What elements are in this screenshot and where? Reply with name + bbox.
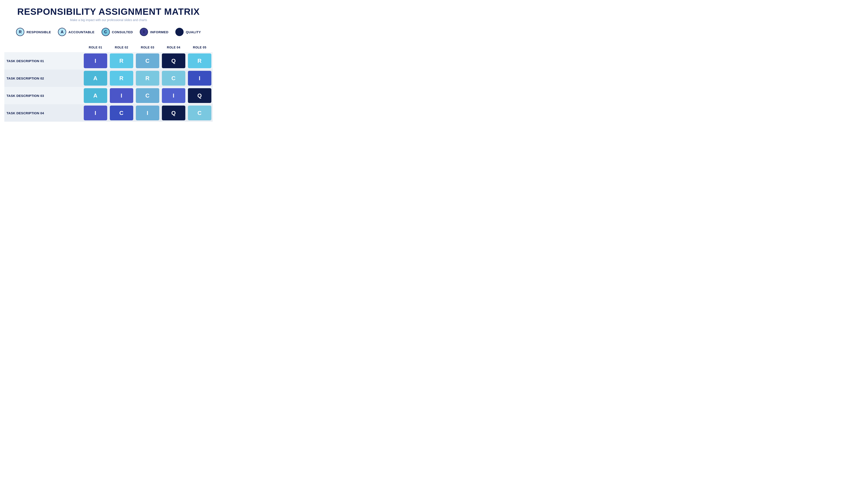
cell-task3-role5: Q xyxy=(187,87,213,104)
role-header-5: ROLE 05 xyxy=(187,44,213,52)
badge-task3-role4: I xyxy=(162,88,185,103)
table-row: TASK DESCRIPTION 04ICIQC xyxy=(4,104,213,122)
role-header-4: ROLE 04 xyxy=(161,44,187,52)
cell-task1-role2: R xyxy=(108,52,134,69)
role-header-2: ROLE 02 xyxy=(108,44,134,52)
badge-task3-role3: C xyxy=(136,88,159,103)
cell-task2-role4: C xyxy=(161,69,187,87)
legend-item-a: AACCOUNTABLE xyxy=(58,28,94,36)
cell-task3-role3: C xyxy=(134,87,161,104)
task-column-header xyxy=(4,44,83,52)
task-name-3: TASK DESCRIPTION 03 xyxy=(4,87,83,104)
legend-label-i: INFORMED xyxy=(150,30,168,34)
page-title: RESPONSIBILITY ASSIGNMENT MATRIX xyxy=(18,6,200,17)
badge-task3-role1: A xyxy=(84,88,107,103)
badge-task4-role1: I xyxy=(84,106,107,120)
badge-task2-role1: A xyxy=(84,71,107,86)
badge-task1-role1: I xyxy=(84,53,107,68)
badge-task2-role5: I xyxy=(188,71,211,86)
cell-task2-role3: R xyxy=(134,69,161,87)
matrix-wrapper: ROLE 01ROLE 02ROLE 03ROLE 04ROLE 05 TASK… xyxy=(4,44,213,122)
badge-task3-role2: I xyxy=(110,88,133,103)
cell-task4-role1: I xyxy=(83,104,108,122)
legend-circle-r: R xyxy=(16,28,24,36)
role-header-3: ROLE 03 xyxy=(134,44,161,52)
legend-item-c: CCONSULTED xyxy=(101,28,133,36)
badge-task4-role4: Q xyxy=(162,106,185,120)
matrix-table: ROLE 01ROLE 02ROLE 03ROLE 04ROLE 05 TASK… xyxy=(4,44,213,122)
header-row: ROLE 01ROLE 02ROLE 03ROLE 04ROLE 05 xyxy=(4,44,213,52)
cell-task1-role4: Q xyxy=(161,52,187,69)
badge-task1-role5: R xyxy=(188,53,211,68)
legend-circle-i: I xyxy=(140,28,148,36)
badge-task4-role3: I xyxy=(136,106,159,120)
badge-task2-role4: C xyxy=(162,71,185,86)
badge-task1-role2: R xyxy=(110,53,133,68)
legend-label-a: ACCOUNTABLE xyxy=(68,30,94,34)
cell-task4-role3: I xyxy=(134,104,161,122)
cell-task3-role4: I xyxy=(161,87,187,104)
legend-label-q: QUALITY xyxy=(186,30,201,34)
matrix-body: TASK DESCRIPTION 01IRCQRTASK DESCRIPTION… xyxy=(4,52,213,122)
legend: RRESPONSIBLEAACCOUNTABLECCONSULTEDIINFOR… xyxy=(16,28,201,36)
cell-task3-role1: A xyxy=(83,87,108,104)
task-name-4: TASK DESCRIPTION 04 xyxy=(4,104,83,122)
table-row: TASK DESCRIPTION 03AICIQ xyxy=(4,87,213,104)
badge-task2-role3: R xyxy=(136,71,159,86)
cell-task2-role1: A xyxy=(83,69,108,87)
task-name-2: TASK DESCRIPTION 02 xyxy=(4,69,83,87)
cell-task1-role1: I xyxy=(83,52,108,69)
task-name-1: TASK DESCRIPTION 01 xyxy=(4,52,83,69)
legend-circle-q: Q xyxy=(175,28,184,36)
cell-task2-role5: I xyxy=(187,69,213,87)
legend-label-c: CONSULTED xyxy=(112,30,133,34)
cell-task4-role5: C xyxy=(187,104,213,122)
badge-task4-role2: C xyxy=(110,106,133,120)
legend-item-i: IINFORMED xyxy=(140,28,168,36)
legend-item-r: RRESPONSIBLE xyxy=(16,28,51,36)
table-row: TASK DESCRIPTION 01IRCQR xyxy=(4,52,213,69)
legend-circle-a: A xyxy=(58,28,66,36)
badge-task3-role5: Q xyxy=(188,88,211,103)
legend-circle-c: C xyxy=(101,28,110,36)
page-subtitle: Make a big impact with our professional … xyxy=(70,18,147,22)
table-row: TASK DESCRIPTION 02ARRCI xyxy=(4,69,213,87)
badge-task4-role5: C xyxy=(188,106,211,120)
badge-task1-role4: Q xyxy=(162,53,185,68)
role-header-1: ROLE 01 xyxy=(83,44,108,52)
badge-task2-role2: R xyxy=(110,71,133,86)
cell-task4-role4: Q xyxy=(161,104,187,122)
cell-task3-role2: I xyxy=(108,87,134,104)
cell-task2-role2: R xyxy=(108,69,134,87)
cell-task1-role3: C xyxy=(134,52,161,69)
cell-task4-role2: C xyxy=(108,104,134,122)
legend-label-r: RESPONSIBLE xyxy=(27,30,51,34)
legend-item-q: QQUALITY xyxy=(175,28,201,36)
badge-task1-role3: C xyxy=(136,53,159,68)
cell-task1-role5: R xyxy=(187,52,213,69)
